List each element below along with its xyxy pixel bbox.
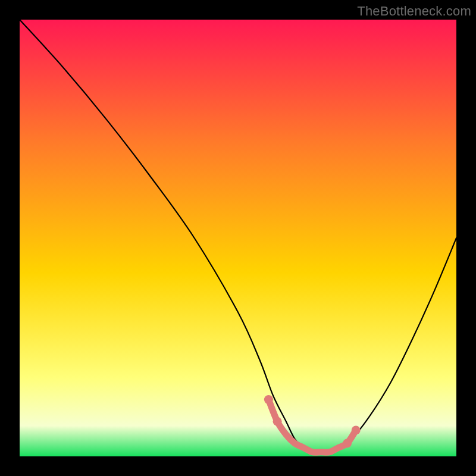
bottleneck-curve bbox=[20, 20, 456, 452]
marker-dot bbox=[273, 417, 282, 426]
chart-stage: TheBottleneck.com bbox=[0, 0, 476, 476]
optimal-band-segment bbox=[268, 400, 356, 453]
watermark-text: TheBottleneck.com bbox=[357, 4, 471, 19]
marker-dot bbox=[264, 395, 273, 404]
plot-area bbox=[20, 20, 456, 456]
marker-dot bbox=[352, 425, 361, 434]
marker-dots bbox=[264, 395, 361, 447]
marker-dot bbox=[343, 439, 352, 447]
chart-svg bbox=[20, 20, 456, 456]
